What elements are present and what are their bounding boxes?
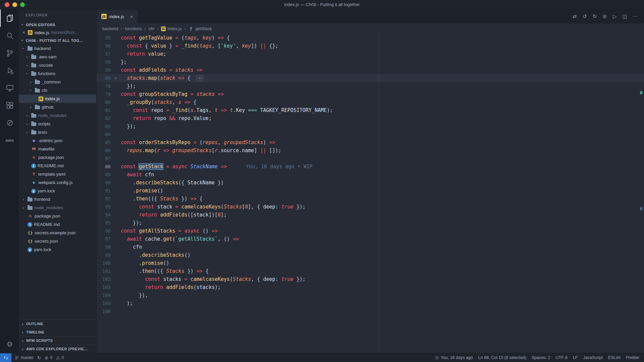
tree-item-node-modules[interactable]: ›node_modules: [19, 111, 96, 120]
tree-item-eslintrc-json[interactable]: ◆.eslintrc.json: [19, 136, 96, 145]
chevron-right-icon[interactable]: ›: [28, 79, 33, 84]
breadcrumb-item-backend[interactable]: backend: [102, 26, 118, 31]
section-npm-scripts[interactable]: ›NPM SCRIPTS: [19, 336, 96, 345]
breadcrumb-item-getstack[interactable]: ƒgetStack: [189, 26, 212, 31]
chevron-right-icon[interactable]: ›: [24, 130, 30, 135]
split-editor-icon[interactable]: ◫: [621, 12, 629, 21]
code-line[interactable]: 99 .describeStacks(): [97, 251, 644, 259]
remote-indicator[interactable]: [0, 353, 11, 362]
code-line[interactable]: 60› stacks.map(stack => { ⋯: [97, 74, 644, 82]
code-line[interactable]: 78 });: [97, 82, 644, 90]
blame-status[interactable]: You, 16 days ago: [435, 355, 473, 360]
activity-aws[interactable]: aws: [0, 131, 19, 149]
tree-item-readme-md[interactable]: iREADME.md: [19, 162, 96, 170]
tree-item-yarn-lock[interactable]: yyarn.lock: [19, 187, 96, 195]
code-line[interactable]: 95 });: [97, 219, 644, 227]
tree-item-makefile[interactable]: Mmakefile: [19, 145, 96, 153]
activity-run-debug[interactable]: [0, 62, 19, 79]
open-changes-icon[interactable]: ⇄: [570, 12, 579, 21]
code-line[interactable]: 103 return addFields(stacks);: [97, 283, 644, 291]
branch-status[interactable]: master: [15, 355, 34, 360]
activity-circle-slash[interactable]: [0, 114, 19, 131]
tree-item-webpack-config-js[interactable]: ◈webpack.config.js: [19, 178, 96, 187]
activity-source-control[interactable]: [0, 44, 19, 62]
chevron-down-icon[interactable]: ›: [21, 46, 26, 51]
chevron-right-icon[interactable]: ›: [28, 105, 33, 110]
code-line[interactable]: 93 const stack = camelcaseKeys(Stacks[0]…: [97, 203, 644, 211]
activity-settings[interactable]: ⚙: [0, 336, 19, 353]
code-line[interactable]: 83 });: [97, 122, 644, 130]
chevron-right-icon[interactable]: ›: [21, 197, 26, 202]
window-close-button[interactable]: [5, 2, 9, 7]
cursor-status[interactable]: Ln 88, Col 15 (8 selected): [478, 355, 526, 360]
code-line[interactable]: 80 _groupBy(stacks, s => {: [97, 98, 644, 106]
chevron-right-icon[interactable]: ›: [24, 54, 30, 59]
tab-close-icon[interactable]: ×: [130, 14, 133, 19]
tree-item-github[interactable]: ›github: [19, 103, 96, 111]
toggle-blame-icon[interactable]: ⊘: [600, 12, 609, 21]
chevron-right-icon[interactable]: ›: [21, 205, 26, 210]
code-line[interactable]: 84: [97, 130, 644, 138]
code-line[interactable]: 101 .then(({ Stacks }) => {: [97, 267, 644, 275]
prev-revision-icon[interactable]: ↺: [580, 12, 589, 21]
code-line[interactable]: 94 return addFields([stack])[0];: [97, 211, 644, 219]
code-line[interactable]: 55const getTagValue = (tags, key) => {: [97, 34, 644, 42]
code-line[interactable]: 85const orderStacksByRepo = (repos, grou…: [97, 138, 644, 146]
activity-remote-explorer[interactable]: [0, 79, 19, 97]
tree-item-common[interactable]: ›_common: [19, 78, 96, 86]
code-line[interactable]: 89 await cfn: [97, 171, 644, 179]
chevron-right-icon[interactable]: ›: [24, 63, 30, 68]
code-line[interactable]: 96const getAllStacks = async () =>: [97, 227, 644, 235]
window-zoom-button[interactable]: [20, 2, 25, 7]
tree-item-yarn-lock[interactable]: yyarn.lock: [19, 245, 96, 254]
workspace-section-header[interactable]: › CH08 - PUTTING IT ALL TOG...: [19, 37, 96, 44]
code-line[interactable]: 86 repos.map(r => groupedStacks[r.source…: [97, 146, 644, 155]
code-line[interactable]: 92 .then(({ Stacks }) => {: [97, 195, 644, 203]
tree-item-scripts[interactable]: ›scripts: [19, 120, 96, 128]
code-line[interactable]: 102 const stacks = camelcaseKeys(Stacks,…: [97, 275, 644, 283]
code-line[interactable]: 88const getStack = async StackName =>You…: [97, 163, 644, 171]
tree-item-template-yaml[interactable]: Ytemplate.yaml: [19, 170, 96, 178]
fold-indicator-icon[interactable]: ›: [111, 74, 121, 82]
code-line[interactable]: 79const groupStacksByTag = stacks =>: [97, 90, 644, 98]
code-line[interactable]: 105 );: [97, 299, 644, 307]
tree-item-vscode[interactable]: ›.vscode: [19, 61, 96, 69]
indent-status[interactable]: Spaces: 2: [532, 355, 550, 360]
open-editor-item[interactable]: ×JSindex.jsbackend/func...: [19, 28, 96, 37]
code-line[interactable]: 106: [97, 307, 644, 315]
code-editor[interactable]: 55const getTagValue = (tags, key) => {56…: [97, 34, 644, 353]
tab-index-js[interactable]: JSindex.js×: [97, 9, 138, 23]
code-line[interactable]: 97 await cache.get(`getAllStacks`, () =>: [97, 235, 644, 243]
window-minimize-button[interactable]: [12, 2, 17, 7]
tree-item-node-modules[interactable]: ›node_modules: [19, 203, 96, 212]
code-line[interactable]: 91 .promise(): [97, 187, 644, 195]
tree-item-tests[interactable]: ›tests: [19, 128, 96, 136]
code-line[interactable]: 57 return value;: [97, 50, 644, 58]
tree-item-secrets-json[interactable]: {}secrets.json: [19, 237, 96, 245]
eol-status[interactable]: LF: [573, 355, 578, 360]
breadcrumb-item-index-js[interactable]: JSindex.js: [161, 26, 181, 31]
activity-search[interactable]: [0, 27, 19, 44]
section-outline[interactable]: ›OUTLINE: [19, 319, 96, 328]
errors-status[interactable]: ⊘0: [45, 355, 52, 360]
code-line[interactable]: 98 cfn: [97, 243, 644, 251]
code-line[interactable]: 81 const repo = _find(s.Tags, t => t.Key…: [97, 106, 644, 114]
code-line[interactable]: 58};: [97, 58, 644, 66]
code-line[interactable]: 90 .describeStacks({ StackName }): [97, 179, 644, 187]
breadcrumb-item-cfn[interactable]: cfn: [149, 26, 154, 31]
tree-item-backend[interactable]: ›backend: [19, 44, 96, 53]
sync-status[interactable]: ↻: [37, 356, 41, 360]
code-line[interactable]: 82 return repo && repo.Value;: [97, 114, 644, 122]
run-icon[interactable]: ▷: [610, 12, 619, 21]
encoding-status[interactable]: UTF-8: [555, 355, 567, 360]
open-editors-header[interactable]: › OPEN EDITORS: [19, 21, 96, 28]
language-status[interactable]: JavaScript: [583, 355, 603, 360]
tree-item-secrets-example-json[interactable]: {}secrets.example.json: [19, 229, 96, 237]
section-aws-cdk-explorer-previe[interactable]: ›AWS CDK EXPLORER (PREVIE...: [19, 345, 96, 353]
chevron-down-icon[interactable]: ›: [28, 88, 33, 93]
tree-item-readme-md[interactable]: iREADME.md: [19, 220, 96, 229]
next-revision-icon[interactable]: ↻: [590, 12, 599, 21]
code-line[interactable]: 100 .promise(): [97, 259, 644, 267]
chevron-down-icon[interactable]: ›: [24, 71, 30, 76]
eslint-status[interactable]: ESLint: [608, 355, 621, 360]
